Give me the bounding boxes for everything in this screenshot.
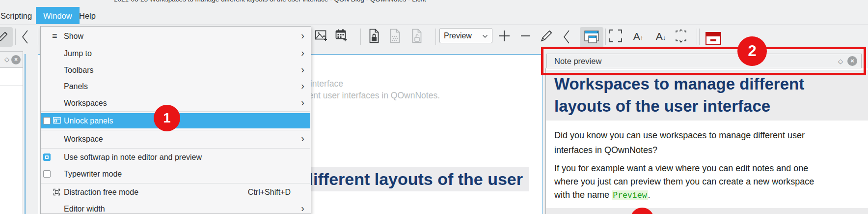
inline-code: Preview bbox=[612, 190, 648, 200]
menubar-divider bbox=[0, 24, 868, 25]
insert-image-button[interactable] bbox=[314, 29, 329, 43]
annotation-badge-1: 1 bbox=[154, 105, 180, 131]
distraction-free-icon bbox=[53, 188, 60, 198]
zoom-in-button[interactable] bbox=[497, 29, 511, 43]
jump-back-button[interactable] bbox=[560, 29, 573, 45]
submenu-arrow-icon: › bbox=[301, 131, 304, 146]
menu-item-editor-width[interactable]: Editor width › bbox=[41, 201, 310, 214]
font-increase-icon: A↑ bbox=[633, 31, 644, 42]
toolbar-separator bbox=[38, 29, 38, 45]
preview-paragraph: Did you know you can use workspaces to m… bbox=[554, 128, 805, 157]
submenu-arrow-icon: › bbox=[301, 62, 304, 77]
panel-title: Note preview bbox=[554, 57, 838, 66]
left-panel-border bbox=[23, 51, 23, 214]
menu-separator bbox=[41, 130, 310, 130]
frame-corners-icon bbox=[609, 29, 623, 43]
menu-item-workspace[interactable]: Workspace › bbox=[41, 131, 310, 147]
menu-item-jump-to[interactable]: Jump to › bbox=[41, 46, 310, 61]
float-icon[interactable]: ◇ bbox=[838, 58, 843, 65]
zoom-out-button[interactable] bbox=[518, 29, 532, 43]
menubar-item-scripting[interactable]: Scripting bbox=[0, 7, 39, 25]
plus-icon bbox=[498, 30, 511, 42]
remove-workspace-button[interactable] bbox=[705, 32, 721, 45]
decrypt-note-button[interactable] bbox=[410, 28, 424, 44]
close-icon[interactable]: × bbox=[11, 55, 21, 64]
menu-item-toolbars[interactable]: Toolbars › bbox=[41, 62, 310, 78]
preview-next-heading-block bbox=[546, 208, 868, 214]
freeze-image-size-button[interactable] bbox=[608, 29, 623, 43]
insert-image-icon bbox=[315, 30, 328, 42]
chevron-down-icon bbox=[482, 31, 488, 40]
window-title: 2021-06-23 Workspaces to manage differen… bbox=[114, 0, 426, 3]
note-preview-content[interactable]: Workspaces to manage different layouts o… bbox=[545, 68, 868, 214]
note-preview-panel-header: Note preview ◇ × bbox=[546, 54, 862, 68]
preview-heading: Workspaces to manage different layouts o… bbox=[546, 70, 868, 121]
menubar-item-help[interactable]: Help bbox=[72, 7, 103, 25]
submenu-arrow-icon: › bbox=[301, 79, 304, 93]
workspace-selector[interactable]: Preview bbox=[439, 28, 492, 43]
edit-pencil-icon bbox=[0, 31, 9, 43]
workspace-selector-value: Preview bbox=[444, 31, 482, 40]
dashed-box-arrows-icon bbox=[674, 29, 688, 43]
hamburger-icon: ≡ bbox=[52, 29, 57, 43]
toolbar-separator bbox=[699, 29, 700, 45]
encrypt-note-button[interactable] bbox=[367, 28, 381, 44]
preview-paragraph: If you for example want a view where you… bbox=[554, 162, 814, 202]
focus-border bbox=[25, 54, 26, 214]
font-increase-button[interactable]: A↑ bbox=[630, 30, 646, 43]
left-panel-header: ◇ × bbox=[0, 51, 23, 68]
toolbar-separator bbox=[360, 29, 361, 45]
submenu-arrow-icon: › bbox=[301, 95, 304, 110]
left-panel-body bbox=[0, 68, 23, 214]
toolbar-separator bbox=[697, 29, 697, 45]
back-button[interactable] bbox=[19, 29, 31, 45]
edit-note-button[interactable] bbox=[539, 28, 554, 44]
font-decrease-button[interactable]: A↓ bbox=[653, 30, 669, 43]
menu-item-use-softwrap[interactable]: Use softwrap in note editor and preview bbox=[41, 150, 310, 165]
toolbar-separator bbox=[605, 29, 606, 45]
checkbox-unchecked bbox=[43, 170, 51, 178]
annotation-badge-2: 2 bbox=[737, 36, 767, 66]
document-lock-icon bbox=[368, 29, 380, 43]
close-icon[interactable]: × bbox=[847, 56, 857, 66]
toolbar-separator bbox=[15, 29, 16, 45]
menu-item-distraction-free[interactable]: Distraction free mode Ctrl+Shift+D bbox=[41, 184, 310, 200]
minus-icon bbox=[519, 30, 532, 42]
typewriter-width-button[interactable] bbox=[674, 28, 688, 44]
note-preview-window-icon bbox=[584, 30, 599, 45]
shortcut-text: Ctrl+Shift+D bbox=[248, 184, 291, 200]
submenu-arrow-icon: › bbox=[301, 201, 304, 214]
edit-pencil-toggle-button[interactable] bbox=[0, 27, 13, 47]
menu-item-panels[interactable]: Panels › bbox=[41, 79, 310, 94]
checkbox-unchecked bbox=[43, 117, 51, 124]
back-chevron-icon bbox=[20, 29, 30, 45]
menu-item-typewriter-mode[interactable]: Typewriter mode bbox=[41, 166, 310, 182]
menu-separator bbox=[41, 148, 310, 149]
menu-separator bbox=[41, 183, 310, 183]
insert-table-button[interactable] bbox=[334, 28, 349, 43]
panel-icon bbox=[53, 117, 61, 126]
submenu-arrow-icon: › bbox=[301, 29, 304, 43]
list-row-divider bbox=[0, 85, 23, 86]
document-dotted-icon bbox=[389, 29, 402, 43]
checkbox-checked bbox=[43, 153, 51, 161]
back-chevron-icon bbox=[562, 29, 571, 45]
document-unlock-icon bbox=[411, 29, 423, 43]
toolbar-separator bbox=[435, 29, 436, 45]
edit-pencil-icon bbox=[539, 29, 554, 43]
font-decrease-icon: A↓ bbox=[656, 31, 666, 42]
insert-table-icon bbox=[335, 29, 349, 42]
show-decrypted-text-button[interactable] bbox=[388, 28, 403, 44]
float-icon[interactable]: ◇ bbox=[4, 56, 9, 63]
menu-item-show[interactable]: ≡ Show › bbox=[41, 29, 310, 44]
note-preview-toggle-button[interactable] bbox=[580, 27, 603, 48]
submenu-arrow-icon: › bbox=[301, 46, 304, 60]
